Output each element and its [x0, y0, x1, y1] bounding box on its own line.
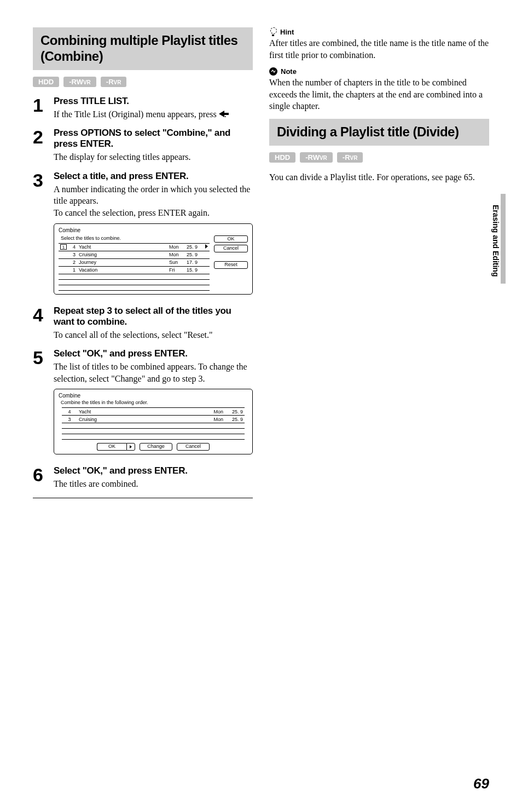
table-row[interactable]: 1VacationFri15. 9 [59, 266, 210, 274]
step-1: 1 Press TITLE LIST. If the Title List (O… [33, 96, 253, 120]
step-number: 6 [33, 465, 54, 490]
badge-rvr: -RVR [337, 152, 363, 163]
step-title: Press OPTIONS to select "Combine," and p… [54, 128, 253, 149]
table-row [59, 274, 210, 279]
note-icon [269, 67, 277, 76]
cancel-button[interactable]: Cancel [214, 245, 248, 252]
heading-text: Dividing a Playlist title (Divide) [277, 124, 482, 140]
step-text: A number indicating the order in which y… [54, 183, 253, 219]
note-label: Note [281, 67, 297, 76]
table-row [62, 434, 245, 440]
note-text: When the number of chapters in the title… [269, 77, 489, 112]
dialog-subtitle: Combine the titles in the following orde… [61, 400, 248, 405]
media-badges-left: HDD -RWVR -RVR [33, 77, 253, 87]
table-row[interactable]: 1 4 Yacht Mon 25. 9 [59, 243, 210, 251]
ok-button[interactable]: OK [214, 235, 248, 243]
note-heading: Note [269, 67, 489, 76]
step-number: 5 [33, 348, 54, 458]
reset-button[interactable]: Reset [214, 261, 248, 269]
page-number: 69 [473, 775, 489, 792]
ordered-title-list: 4YachtMon25. 9 3CruisingMon25. 9 [59, 407, 248, 440]
step-text: If the Title List (Original) menu appear… [54, 108, 253, 120]
badge-rwvr: -RWVR [63, 77, 96, 87]
step-4: 4 Repeat step 3 to select all of the tit… [33, 306, 253, 341]
media-badges-right: HDD -RWVR -RVR [269, 152, 489, 163]
step-text: To cancel all of the selections, select … [54, 329, 253, 341]
step-title: Select "OK," and press ENTER. [54, 465, 253, 476]
hint-text: After titles are combined, the title nam… [269, 37, 489, 61]
step-title: Select a title, and press ENTER. [54, 171, 253, 182]
step-3: 3 Select a title, and press ENTER. A num… [33, 171, 253, 298]
table-row[interactable]: 3CruisingMon25. 9 [59, 251, 210, 258]
combine-order-dialog: Combine Combine the titles in the follow… [54, 389, 253, 454]
ok-button-selected[interactable]: OK [97, 443, 135, 451]
divide-text: You can divide a Playlist title. For ope… [269, 171, 489, 183]
dialog-title: Combine [59, 393, 248, 399]
caret-icon [205, 244, 208, 249]
hint-icon [269, 27, 277, 36]
step-text: The titles are combined. [54, 478, 253, 490]
hint-label: Hint [280, 28, 294, 36]
table-row[interactable]: 2JourneySun17. 9 [59, 258, 210, 266]
badge-hdd: HDD [269, 152, 295, 163]
cancel-button[interactable]: Cancel [177, 443, 210, 451]
badge-rwvr: -RWVR [300, 152, 333, 163]
table-row: 4YachtMon25. 9 [62, 408, 245, 416]
table-row [62, 429, 245, 434]
dialog-title: Combine [59, 227, 248, 233]
order-index: 1 [60, 244, 67, 250]
step-text: The display for selecting titles appears… [54, 151, 253, 163]
table-row: 3CruisingMon25. 9 [62, 416, 245, 423]
caret-icon [130, 445, 132, 448]
step-number: 1 [33, 96, 54, 120]
step-title: Press TITLE LIST. [54, 96, 253, 107]
badge-rvr: -RVR [101, 77, 127, 87]
step-2: 2 Press OPTIONS to select "Combine," and… [33, 128, 253, 163]
step-number: 3 [33, 171, 54, 298]
left-arrow-icon [219, 111, 224, 117]
step-title: Select "OK," and press ENTER. [54, 348, 253, 359]
side-tab-label: Erasing and Editing [491, 205, 500, 277]
title-list: 1 4 Yacht Mon 25. 9 3CruisingMon25. 9 [59, 243, 214, 291]
heading-text: Combining multiple Playlist titles (Comb… [40, 33, 245, 65]
step-text: The list of titles to be combined appear… [54, 361, 253, 384]
step-number: 2 [33, 128, 54, 163]
side-tab-bar [501, 194, 506, 284]
step-title: Repeat step 3 to select all of the title… [54, 306, 253, 327]
dialog-subtitle: Select the titles to combine. [61, 235, 214, 241]
section-heading-divide: Dividing a Playlist title (Divide) [269, 119, 489, 146]
step-6: 6 Select "OK," and press ENTER. The titl… [33, 465, 253, 490]
badge-hdd: HDD [33, 77, 59, 87]
table-row [62, 423, 245, 429]
table-row [59, 279, 210, 285]
step-5: 5 Select "OK," and press ENTER. The list… [33, 348, 253, 458]
hint-heading: Hint [269, 27, 489, 36]
table-row [59, 285, 210, 290]
change-button[interactable]: Change [140, 443, 172, 451]
combine-select-dialog: Combine Select the titles to combine. 1 … [54, 223, 253, 295]
step-number: 4 [33, 306, 54, 341]
section-heading-combine: Combining multiple Playlist titles (Comb… [33, 27, 253, 70]
